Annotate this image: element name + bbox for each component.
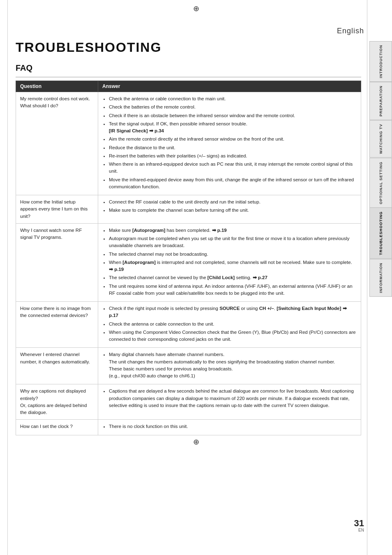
table-row: My remote control does not work.What sho… <box>16 92 361 195</box>
table-row: Why are captions not displayed entirely?… <box>16 384 361 420</box>
sidebar-item-preparation[interactable]: PREPARATION <box>369 82 392 120</box>
page-title: TROUBLESHOOTING <box>16 40 361 55</box>
table-row: Why I cannot watch some RF signal TV pro… <box>16 223 361 301</box>
question-rf-signal: Why I cannot watch some RF signal TV pro… <box>16 223 98 301</box>
crosshair-bottom: ⊕ <box>0 435 392 451</box>
page-border-right <box>367 0 367 555</box>
answer-remote-control: Check the antenna or cable connection to… <box>98 92 361 195</box>
table-header-question: Question <box>16 81 98 92</box>
answer-clock: There is no clock function on this unit. <box>98 420 361 435</box>
question-initial-setup: How come the Initial setup appears every… <box>16 195 98 224</box>
question-remote-control: My remote control does not work.What sho… <box>16 92 98 195</box>
sidebar-item-watching-tv[interactable]: WATCHING TV <box>369 120 392 157</box>
page-lang-code: EN <box>358 528 364 532</box>
answer-no-image: Check if the right input mode is selecte… <box>98 302 361 348</box>
main-content: TROUBLESHOOTING FAQ Question Answer My r… <box>12 40 365 435</box>
faq-divider <box>16 77 361 77</box>
sidebar-item-troubleshooting[interactable]: TROUBLESHOOTING <box>369 208 392 259</box>
side-navigation: INTRODUCTION PREPARATION WATCHING TV OPT… <box>369 41 392 297</box>
crosshair-top: ⊕ <box>0 0 392 15</box>
answer-rf-signal: Make sure [Autoprogram] has been complet… <box>98 223 361 301</box>
sidebar-item-optional-setting[interactable]: OPTIONAL SETTING <box>369 158 392 208</box>
question-channel-changes: Whenever I entered channel number, it ch… <box>16 348 98 384</box>
sidebar-item-introduction[interactable]: INTRODUCTION <box>369 41 392 82</box>
page-number-area: 31 EN <box>354 519 364 532</box>
question-clock: How can I set the clock ? <box>16 420 98 435</box>
table-row: How come the Initial setup appears every… <box>16 195 361 224</box>
answer-channel-changes: Many digital channels have alternate cha… <box>98 348 361 384</box>
question-no-image: How come there is no image from the conn… <box>16 302 98 348</box>
table-row: Whenever I entered channel number, it ch… <box>16 348 361 384</box>
answer-initial-setup: Connect the RF coaxial cable to the unit… <box>98 195 361 224</box>
question-captions: Why are captions not displayed entirely?… <box>16 384 98 420</box>
page-border-left <box>7 0 8 555</box>
sidebar-item-information[interactable]: INFORMATION <box>369 259 392 297</box>
faq-table: Question Answer My remote control does n… <box>16 81 361 435</box>
table-row: How come there is no image from the conn… <box>16 302 361 348</box>
table-header-answer: Answer <box>98 81 361 92</box>
answer-captions: Captions that are delayed a few seconds … <box>98 384 361 420</box>
language-label: English <box>337 27 364 35</box>
section-title: FAQ <box>16 63 361 73</box>
page-number: 31 <box>354 519 364 528</box>
table-row: How can I set the clock ? There is no cl… <box>16 420 361 435</box>
